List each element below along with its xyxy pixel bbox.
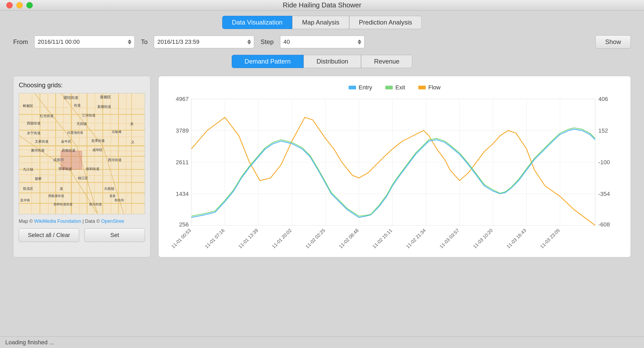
close-button[interactable] bbox=[6, 2, 13, 8]
from-spinner[interactable] bbox=[125, 36, 135, 48]
from-input[interactable] bbox=[34, 36, 135, 48]
svg-text:新都区: 新都区 bbox=[100, 95, 111, 99]
svg-text:新兴街道: 新兴街道 bbox=[89, 202, 102, 206]
svg-text:-100: -100 bbox=[598, 159, 610, 166]
svg-text:盐水镇: 盐水镇 bbox=[20, 198, 30, 202]
svg-text:406: 406 bbox=[598, 96, 608, 102]
left-panel: Choosing grids: bbox=[13, 76, 150, 257]
svg-text:文家街道: 文家街道 bbox=[35, 139, 49, 143]
flow-legend-color bbox=[418, 86, 426, 89]
svg-text:永宁街道: 永宁街道 bbox=[27, 131, 41, 135]
chart-area: 4967 3789 2611 1434 256 406 152 -100 -35… bbox=[167, 96, 623, 249]
svg-text:新都街道: 新都街道 bbox=[97, 105, 111, 109]
tab-map-analysis[interactable]: Map Analysis bbox=[292, 16, 349, 29]
svg-text:11-01 00:53: 11-01 00:53 bbox=[171, 228, 192, 249]
svg-text:11-02 21:34: 11-02 21:34 bbox=[405, 228, 427, 249]
svg-text:龙: 龙 bbox=[130, 122, 134, 126]
svg-text:锦江区: 锦江区 bbox=[78, 176, 88, 180]
svg-text:成华区: 成华区 bbox=[92, 148, 103, 152]
svg-text:龙潭街道: 龙潭街道 bbox=[91, 139, 105, 143]
svg-text:郫都区: 郫都区 bbox=[23, 104, 33, 108]
step-input-wrap bbox=[280, 36, 364, 48]
svg-text:金牛区: 金牛区 bbox=[61, 139, 71, 143]
svg-text:龙泉: 龙泉 bbox=[109, 194, 116, 198]
svg-text:柏合街: 柏合街 bbox=[114, 198, 124, 202]
tab-distribution[interactable]: Distribution bbox=[304, 55, 361, 68]
svg-text:11-01 13:39: 11-01 13:39 bbox=[238, 228, 259, 249]
map-background: 团结街道 新都区 郫都区 街道 新都街道 红光街道 三河街道 西园街道 天回镇 … bbox=[19, 93, 145, 214]
select-all-clear-button[interactable]: Select all / Clear bbox=[19, 228, 79, 242]
main-content: Data Visualization Map Analysis Predicti… bbox=[0, 11, 644, 263]
svg-text:4967: 4967 bbox=[176, 96, 189, 102]
to-input-wrap bbox=[154, 36, 254, 48]
status-text: Loading finished ... bbox=[5, 339, 54, 346]
tab-prediction-analysis[interactable]: Prediction Analysis bbox=[349, 16, 422, 29]
minimize-button[interactable] bbox=[16, 2, 23, 8]
svg-text:-608: -608 bbox=[598, 221, 610, 228]
svg-text:红光街道: 红光街道 bbox=[40, 114, 54, 118]
openstreet-link[interactable]: OpenStree bbox=[101, 219, 124, 224]
chart-legend: Entry Exit Flow bbox=[167, 84, 623, 91]
svg-text:256: 256 bbox=[179, 221, 189, 228]
svg-text:芳草街道: 芳草街道 bbox=[58, 167, 72, 171]
svg-text:保和街道: 保和街道 bbox=[86, 167, 100, 171]
legend-exit: Exit bbox=[385, 84, 405, 91]
wikimedia-link[interactable]: WikiMedia Foundation bbox=[34, 219, 81, 224]
svg-text:成都市: 成都市 bbox=[53, 158, 64, 162]
to-label: To bbox=[141, 38, 148, 46]
tab-data-visualization[interactable]: Data Visualization bbox=[222, 16, 292, 29]
step-input[interactable] bbox=[280, 36, 364, 48]
svg-text:11-02 02:25: 11-02 02:25 bbox=[305, 228, 326, 249]
status-bar: Loading finished ... bbox=[0, 336, 644, 348]
svg-text:3789: 3789 bbox=[176, 127, 189, 134]
step-spinner[interactable] bbox=[354, 36, 364, 48]
svg-text:道: 道 bbox=[60, 187, 63, 191]
svg-text:西航港街道: 西航港街道 bbox=[48, 194, 64, 198]
set-button[interactable]: Set bbox=[84, 228, 145, 242]
right-panel: Entry Exit Flow bbox=[158, 76, 631, 257]
svg-text:协和街道街道: 协和街道街道 bbox=[54, 202, 73, 206]
svg-text:152: 152 bbox=[598, 127, 608, 134]
sub-tabs: Demand Pattern Distribution Revenue bbox=[8, 55, 636, 68]
show-button[interactable]: Show bbox=[595, 35, 631, 49]
legend-entry: Entry bbox=[349, 84, 372, 91]
content-area: Choosing grids: bbox=[8, 76, 636, 257]
svg-text:-354: -354 bbox=[598, 191, 610, 197]
svg-text:11-03 10:20: 11-03 10:20 bbox=[472, 228, 494, 249]
svg-text:11-02 15:11: 11-02 15:11 bbox=[372, 228, 393, 249]
to-spinner[interactable] bbox=[244, 36, 254, 48]
svg-text:11-03 16:43: 11-03 16:43 bbox=[506, 228, 527, 249]
svg-text:三河街道: 三河街道 bbox=[82, 113, 96, 117]
step-label: Step bbox=[261, 38, 273, 46]
map-buttons: Select all / Clear Set bbox=[19, 228, 145, 242]
map-svg: 团结街道 新都区 郫都区 街道 新都街道 红光街道 三河街道 西园街道 天回镇 … bbox=[19, 93, 145, 214]
svg-text:团结街道: 团结街道 bbox=[64, 95, 78, 100]
flow-legend-label: Flow bbox=[428, 84, 441, 91]
traffic-lights bbox=[6, 2, 33, 8]
tab-demand-pattern[interactable]: Demand Pattern bbox=[232, 55, 304, 68]
svg-text:大面镇: 大面镇 bbox=[104, 187, 114, 191]
entry-legend-label: Entry bbox=[359, 84, 372, 91]
svg-text:11-03 03:57: 11-03 03:57 bbox=[439, 228, 460, 249]
maximize-button[interactable] bbox=[26, 2, 33, 8]
svg-text:白莲池街道: 白莲池街道 bbox=[67, 131, 83, 134]
svg-text:九江镇: 九江镇 bbox=[23, 167, 33, 171]
tab-revenue[interactable]: Revenue bbox=[361, 55, 412, 68]
exit-legend-label: Exit bbox=[395, 84, 405, 91]
svg-text:双流区: 双流区 bbox=[23, 187, 33, 191]
svg-text:11-03 23:05: 11-03 23:05 bbox=[539, 228, 561, 249]
title-bar: Ride Hailing Data Shower bbox=[0, 0, 644, 11]
svg-text:11-01 20:02: 11-01 20:02 bbox=[271, 228, 293, 249]
svg-text:1434: 1434 bbox=[176, 191, 189, 197]
exit-legend-color bbox=[385, 86, 393, 89]
to-input[interactable] bbox=[154, 36, 254, 48]
legend-flow: Flow bbox=[418, 84, 441, 91]
map-container[interactable]: 团结街道 新都区 郫都区 街道 新都街道 红光街道 三河街道 西园街道 天回镇 … bbox=[19, 93, 145, 214]
chart-svg: 4967 3789 2611 1434 256 406 152 -100 -35… bbox=[167, 96, 623, 249]
top-tabs: Data Visualization Map Analysis Predicti… bbox=[8, 16, 636, 29]
window-title: Ride Hailing Data Shower bbox=[283, 1, 361, 9]
map-credit: Map © WikiMedia Foundation | Data © Open… bbox=[19, 219, 145, 224]
svg-text:义: 义 bbox=[131, 140, 134, 144]
svg-text:街道: 街道 bbox=[74, 104, 81, 108]
svg-text:石板滩: 石板滩 bbox=[112, 130, 121, 134]
